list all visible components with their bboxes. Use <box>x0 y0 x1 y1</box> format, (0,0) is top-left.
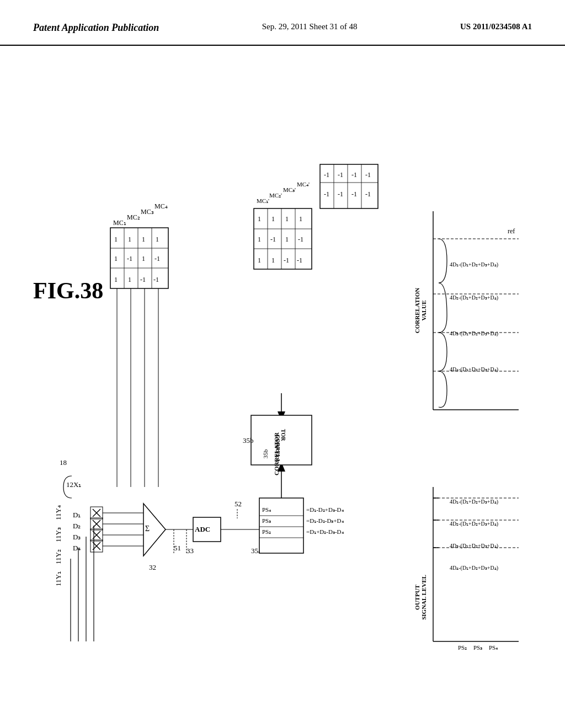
svg-text:1: 1 <box>128 276 131 283</box>
svg-text:51: 51 <box>174 544 181 552</box>
svg-text:1: 1 <box>299 215 302 223</box>
patent-number: US 2011/0234508 A1 <box>460 22 532 31</box>
svg-text:D₁: D₁ <box>73 511 81 519</box>
svg-text:OUTPUT: OUTPUT <box>414 584 420 610</box>
svg-text:1: 1 <box>128 235 131 243</box>
svg-text:4D₄-(D₁+D₂+D₃+D₄): 4D₄-(D₁+D₂+D₃+D₄) <box>450 565 498 571</box>
svg-text:MC₄: MC₄ <box>154 202 168 210</box>
svg-text:1: 1 <box>142 255 145 263</box>
svg-text:1: 1 <box>258 215 261 223</box>
sheet-info: Sep. 29, 2011 Sheet 31 of 48 <box>262 22 358 31</box>
svg-text:MC₂': MC₂' <box>269 192 282 199</box>
main-content: FIG.38 11Y₁ 11Y₂ 11Y₃ 11Y₄ 12X₁ 18 D₁ D₂… <box>0 46 565 713</box>
svg-text:CORRELATOR: CORRELATOR <box>273 432 280 475</box>
svg-text:D₂: D₂ <box>73 522 81 530</box>
svg-text:1: 1 <box>271 215 275 223</box>
svg-text:1: 1 <box>285 235 289 243</box>
publication-title: Patent Application Publication <box>33 22 159 34</box>
svg-text:11Y₁: 11Y₁ <box>55 571 62 586</box>
svg-text:-1: -1 <box>154 255 160 263</box>
svg-text:52: 52 <box>234 500 242 508</box>
svg-text:MC₄': MC₄' <box>297 181 310 188</box>
svg-text:1: 1 <box>258 256 261 264</box>
svg-text:-1: -1 <box>351 190 357 198</box>
svg-text:=D₁-D₂+D₃-D₄: =D₁-D₂+D₃-D₄ <box>306 506 344 513</box>
svg-text:ref: ref <box>508 227 515 235</box>
svg-text:-1: -1 <box>140 276 146 283</box>
svg-text:MC₃': MC₃' <box>283 186 296 193</box>
svg-text:11Y₄: 11Y₄ <box>55 505 62 520</box>
page-header: Patent Application Publication Sep. 29, … <box>0 0 565 46</box>
svg-text:4D₁-(D₁+D₂+D₃+D₄): 4D₁-(D₁+D₂+D₃+D₄) <box>450 499 498 505</box>
svg-text:1: 1 <box>271 256 275 264</box>
svg-text:PS₄: PS₄ <box>262 506 271 513</box>
svg-text:1: 1 <box>156 235 159 243</box>
svg-text:4D₃-(D₁+D₂+D₃+D₄): 4D₃-(D₁+D₂+D₃+D₄) <box>450 330 498 337</box>
svg-text:35b: 35b <box>262 449 269 458</box>
svg-text:4D₂-(D₁+D₂+D₃+D₄): 4D₂-(D₁+D₂+D₃+D₄) <box>450 521 498 527</box>
svg-text:MC₃: MC₃ <box>141 208 154 216</box>
svg-text:MC₁: MC₁ <box>113 219 126 227</box>
svg-text:12X₁: 12X₁ <box>66 480 81 489</box>
svg-text:1: 1 <box>114 255 118 263</box>
svg-text:TOR: TOR <box>280 429 286 441</box>
svg-text:4D₄-(D₁+D₂+D₃+D₄): 4D₄-(D₁+D₂+D₃+D₄) <box>450 366 498 373</box>
svg-text:MC₁': MC₁' <box>257 197 269 204</box>
svg-text:MC₂: MC₂ <box>127 213 140 221</box>
svg-text:-1: -1 <box>324 171 329 179</box>
svg-text:-1: -1 <box>127 255 132 263</box>
svg-text:CORRELATION: CORRELATION <box>414 288 420 333</box>
svg-text:4D₁-(D₁+D₂+D₃+D₄): 4D₁-(D₁+D₂+D₃+D₄) <box>450 261 498 268</box>
svg-text:-1: -1 <box>270 235 276 243</box>
svg-text:Σ: Σ <box>145 524 150 533</box>
svg-text:-1: -1 <box>298 235 303 243</box>
svg-text:1: 1 <box>285 215 289 223</box>
svg-text:=D₁+D₂-D₃-D₄: =D₁+D₂-D₃-D₄ <box>306 528 344 535</box>
svg-text:-1: -1 <box>153 276 159 283</box>
svg-text:-1: -1 <box>284 256 289 264</box>
svg-text:D₃: D₃ <box>73 533 81 541</box>
svg-text:-1: -1 <box>338 190 343 198</box>
svg-text:18: 18 <box>60 458 67 467</box>
svg-text:4D₃-(D₁+D₂+D₃+D₄): 4D₃-(D₁+D₂+D₃+D₄) <box>450 543 498 549</box>
svg-text:PS₂: PS₂ <box>458 644 467 651</box>
svg-text:4D₂-(D₁+D₂+D₃+D₄): 4D₂-(D₁+D₂+D₃+D₄) <box>450 295 498 301</box>
svg-text:1: 1 <box>142 235 145 243</box>
svg-text:PS₂: PS₂ <box>262 528 271 535</box>
svg-text:PS₄: PS₄ <box>489 644 498 651</box>
svg-text:-1: -1 <box>338 171 343 179</box>
svg-text:-1: -1 <box>297 256 302 264</box>
svg-text:D₄: D₄ <box>73 544 81 552</box>
svg-text:-1: -1 <box>365 190 371 198</box>
svg-text:11Y₃: 11Y₃ <box>55 527 62 542</box>
circuit-diagram: 11Y₁ 11Y₂ 11Y₃ 11Y₄ 12X₁ 18 D₁ D₂ D₃ D₄ <box>55 101 541 708</box>
svg-text:11Y₂: 11Y₂ <box>55 549 62 564</box>
svg-text:VALUE: VALUE <box>420 300 427 320</box>
svg-text:PS₃: PS₃ <box>262 517 271 524</box>
svg-text:33: 33 <box>186 547 194 555</box>
svg-text:1: 1 <box>258 235 261 243</box>
svg-text:1: 1 <box>114 235 118 243</box>
svg-text:35b: 35b <box>243 436 254 445</box>
svg-text:ADC: ADC <box>195 525 210 533</box>
svg-text:1: 1 <box>114 276 118 283</box>
svg-text:-1: -1 <box>365 171 371 179</box>
svg-text:SIGNAL LEVEL: SIGNAL LEVEL <box>420 575 427 620</box>
svg-text:-1: -1 <box>351 171 357 179</box>
svg-text:-1: -1 <box>324 190 329 198</box>
svg-text:32: 32 <box>149 563 156 571</box>
svg-text:=D₁-D₂-D₃+D₄: =D₁-D₂-D₃+D₄ <box>306 517 344 524</box>
svg-text:PS₃: PS₃ <box>473 644 482 651</box>
